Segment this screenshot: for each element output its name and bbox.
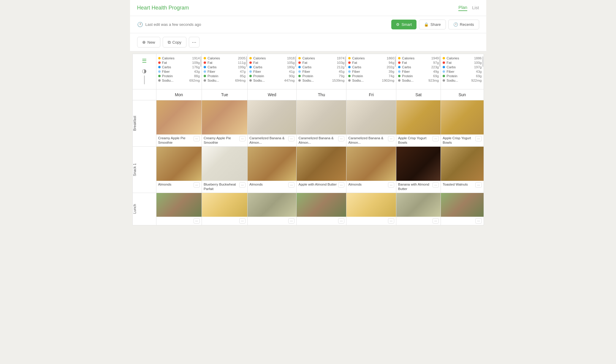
nutrition-tue: Calories 2005 Fat 111g Carbs 199g Fiber …	[202, 54, 247, 89]
meal-options-btn[interactable]: ···	[194, 218, 200, 224]
lunch-label: Lunch	[133, 202, 137, 216]
chart-icon[interactable]: ◑	[142, 68, 147, 74]
nav-list[interactable]: List	[472, 5, 479, 11]
meal-options-btn[interactable]: ···	[475, 182, 482, 188]
copy-icon: ⧉	[168, 40, 171, 45]
meal-options-btn[interactable]: ···	[194, 136, 200, 141]
nutrition-fri: Calories 1860 Fat 94g Carbs 202g Fiber 3…	[346, 54, 396, 89]
more-options-button[interactable]: ···	[189, 37, 199, 48]
nutrition-sat: Calories 1949 Fat 97g Carbs 223g Fiber 4…	[396, 54, 441, 89]
meal-options-btn[interactable]: ···	[194, 182, 200, 188]
meal-name: Banana with Almond Butter	[398, 182, 431, 191]
nutrition-wed: Calories 1918 Fat 105g Carbs 180g Fiber …	[248, 54, 297, 89]
day-header-spacer	[132, 89, 156, 100]
meal-name: Apple Crisp Yogurt Bowls	[443, 136, 474, 145]
meal-name: Toasted Walnuts	[443, 182, 474, 187]
meal-item-lunch-row-5[interactable]: ···	[396, 193, 441, 225]
meal-name: Apple Crisp Yogurt Bowls	[398, 136, 431, 145]
meal-options-btn[interactable]: ···	[288, 136, 294, 141]
day-mon: Mon	[156, 89, 202, 100]
meal-item-lunch-row-4[interactable]: ···	[346, 193, 396, 225]
header: Heart Health Program Plan List	[130, 0, 486, 16]
snack1-row: Snack 1 Almonds ··· Blueberry Buckwheat …	[132, 146, 484, 193]
meal-options-btn[interactable]: ···	[388, 218, 394, 224]
meal-item-breakfast-row-3[interactable]: Caramelized Banana & Almon... ···	[297, 100, 346, 147]
meal-item-breakfast-row-6[interactable]: Apple Crisp Yogurt Bowls ···	[441, 100, 484, 147]
meal-name: Apple with Almond Butter	[298, 182, 337, 187]
edit-status-area: 🕐 Last edit was a few seconds ago	[137, 22, 388, 27]
meal-name: Creamy Apple Pie Smoothie	[158, 136, 192, 145]
meal-item-breakfast-row-5[interactable]: Apple Crisp Yogurt Bowls ···	[396, 100, 441, 147]
meal-item-lunch-row-2[interactable]: ···	[248, 193, 297, 225]
meal-item-snack1-row-4[interactable]: Almonds ···	[346, 146, 396, 193]
meal-options-btn[interactable]: ···	[338, 182, 344, 188]
snack1-label: Snack 1	[133, 161, 137, 178]
meal-item-snack1-row-2[interactable]: Almonds ···	[248, 146, 297, 193]
smart-button[interactable]: ⚙ Smart	[391, 20, 417, 29]
meal-options-btn[interactable]: ···	[288, 218, 294, 224]
meal-name: Caramelized Banana & Almon...	[348, 136, 387, 145]
toolbar: ⊕ New ⧉ Copy ···	[130, 33, 486, 51]
day-thu: Thu	[297, 89, 346, 100]
meal-item-lunch-row-3[interactable]: ···	[297, 193, 346, 225]
page-title: Heart Health Program	[137, 5, 189, 11]
meal-item-lunch-row-6[interactable]: ···	[441, 193, 484, 225]
clock-icon: 🕐	[137, 22, 143, 27]
nutrition-thu: Calories 1974 Fat 103g Carbs 212g Fiber …	[297, 54, 346, 89]
meal-name: Almonds	[249, 182, 287, 187]
meal-name: Almonds	[158, 182, 192, 187]
day-fri: Fri	[346, 89, 396, 100]
meal-item-snack1-row-5[interactable]: Banana with Almond Butter ···	[396, 146, 441, 193]
meal-item-snack1-row-1[interactable]: Blueberry Buckwheat Parfait ···	[202, 146, 247, 193]
meal-item-breakfast-row-0[interactable]: Creamy Apple Pie Smoothie ···	[156, 100, 202, 147]
breakfast-label: Breakfast	[133, 113, 137, 133]
meal-options-btn[interactable]: ···	[433, 182, 439, 188]
copy-button[interactable]: ⧉ Copy	[163, 37, 186, 48]
meal-name: Blueberry Buckwheat Parfait	[204, 182, 238, 191]
day-sun: Sun	[441, 89, 484, 100]
meal-item-snack1-row-6[interactable]: Toasted Walnuts ···	[441, 146, 484, 193]
day-wed: Wed	[248, 89, 297, 100]
meal-item-breakfast-row-1[interactable]: Creamy Apple Pie Smoothie ···	[202, 100, 247, 147]
meal-item-breakfast-row-2[interactable]: Caramelized Banana & Almon... ···	[248, 100, 297, 147]
list-icon[interactable]: ☰	[142, 58, 147, 64]
nutrition-sun: Calories 1886 Fat 100g Carbs 197g Fiber …	[441, 54, 484, 89]
meal-options-btn[interactable]: ···	[338, 136, 344, 141]
meal-options-btn[interactable]: ···	[288, 182, 294, 188]
breakfast-label-cell: Breakfast	[132, 100, 156, 147]
meal-options-btn[interactable]: ···	[475, 218, 482, 224]
plus-icon: ⊕	[142, 40, 146, 45]
meal-item-lunch-row-0[interactable]: ···	[156, 193, 202, 225]
meal-options-btn[interactable]: ···	[388, 182, 394, 188]
meal-options-btn[interactable]: ···	[433, 218, 439, 224]
breakfast-row: Breakfast Creamy Apple Pie Smoothie ··· …	[132, 100, 484, 147]
meal-item-snack1-row-3[interactable]: Apple with Almond Butter ···	[297, 146, 346, 193]
meal-name: Creamy Apple Pie Smoothie	[204, 136, 238, 145]
meal-options-btn[interactable]: ···	[338, 218, 344, 224]
meal-name: Caramelized Banana & Almon...	[298, 136, 337, 145]
meal-item-snack1-row-0[interactable]: Almonds ···	[156, 146, 202, 193]
nutrition-row: ☰ ◑ // Will be rendered by JS below Calo…	[132, 54, 484, 89]
meal-options-btn[interactable]: ···	[388, 136, 394, 141]
meal-item-lunch-row-1[interactable]: ···	[202, 193, 247, 225]
new-button[interactable]: ⊕ New	[137, 37, 160, 48]
meal-options-btn[interactable]: ···	[239, 218, 246, 224]
meal-options-btn[interactable]: ···	[475, 136, 482, 141]
meal-options-btn[interactable]: ···	[239, 136, 246, 141]
nutrition-mon: Calories 1914 Fat 109g Carbs 176g Fiber …	[156, 54, 202, 89]
lunch-label-cell: Lunch	[132, 193, 156, 225]
gear-icon: ⚙	[396, 22, 400, 27]
meal-options-btn[interactable]: ···	[239, 182, 246, 188]
ellipsis-icon: ···	[192, 39, 196, 45]
lock-icon: 🔒	[424, 22, 429, 27]
nutrition-sidebar: ☰ ◑	[132, 54, 156, 89]
meal-table: ☰ ◑ // Will be rendered by JS below Calo…	[132, 54, 484, 225]
meal-options-btn[interactable]: ···	[433, 136, 439, 141]
lunch-row: Lunch ··· ··· ···	[132, 193, 484, 225]
share-button[interactable]: 🔒 Share	[419, 20, 446, 29]
snack1-label-cell: Snack 1	[132, 146, 156, 193]
meal-name: Almonds	[348, 182, 387, 187]
meal-item-breakfast-row-4[interactable]: Caramelized Banana & Almon... ···	[346, 100, 396, 147]
recents-button[interactable]: 🕐 Recents	[448, 20, 479, 29]
nav-plan[interactable]: Plan	[458, 5, 467, 11]
